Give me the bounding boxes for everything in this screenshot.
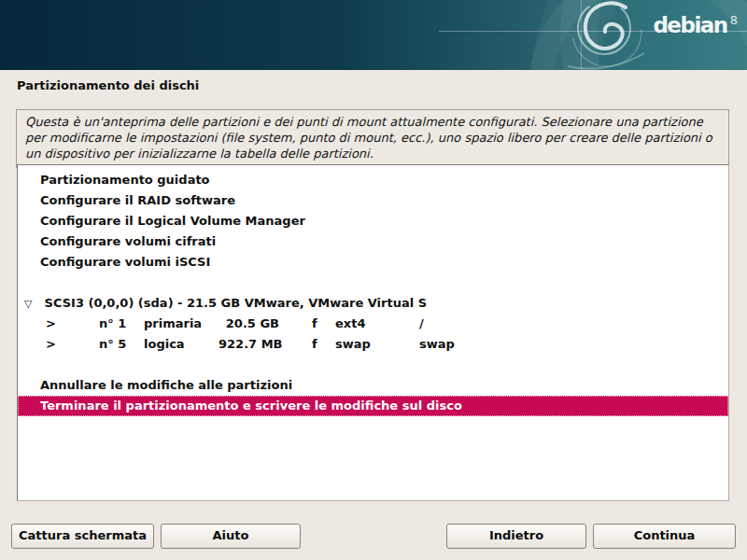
menu-item-iscsi-volumes[interactable]: Configurare volumi iSCSI (18, 252, 728, 273)
help-button[interactable]: Aiuto (161, 524, 301, 549)
partition-row-5[interactable]: > n° 5 logica 922.7 MB f swap swap (18, 334, 728, 355)
brand-version: 8 (730, 13, 738, 27)
partition-filesystem: swap (335, 334, 419, 355)
partition-size: 922.7 MB (218, 334, 279, 355)
continue-button[interactable]: Continua (593, 524, 736, 549)
description-box: Questa è un'anteprima delle partizioni e… (16, 109, 729, 168)
undo-changes-item[interactable]: Annullare le modifiche alle partizioni (18, 375, 728, 396)
spacer-row (18, 355, 728, 375)
partition-type: primaria (144, 314, 218, 334)
partition-mountpoint: / (419, 314, 424, 334)
menu-item-guided-partitioning[interactable]: Partizionamento guidato (18, 170, 728, 190)
menu-item-raid[interactable]: Configurare il RAID software (18, 190, 728, 211)
partition-marker-icon: > (46, 334, 99, 355)
partition-type: logica (144, 334, 218, 355)
partition-filesystem: ext4 (335, 314, 419, 334)
partition-size: 20.5 GB (218, 314, 279, 334)
back-button[interactable]: Indietro (446, 524, 586, 549)
menu-item-lvm[interactable]: Configurare il Logical Volume Manager (18, 211, 728, 231)
partition-list[interactable]: Partizionamento guidato Configurare il R… (17, 164, 729, 501)
disk-row[interactable]: ▽ SCSI3 (0,0,0) (sda) - 21.5 GB VMware, … (18, 293, 728, 314)
debian-logo-text: debian8 (653, 15, 738, 36)
brand-name: debian (653, 13, 726, 37)
partition-row-1[interactable]: > n° 1 primaria 20.5 GB f ext4 / (18, 314, 728, 334)
banner: debian8 (0, 0, 747, 70)
partition-number: n° 5 (99, 334, 144, 355)
partition-number: n° 1 (99, 314, 144, 334)
spacer-row (18, 273, 728, 293)
banner-artwork (0, 0, 747, 70)
page-title: Partizionamento dei dischi (17, 78, 199, 92)
expander-down-icon[interactable]: ▽ (24, 294, 40, 315)
partition-mountpoint: swap (419, 334, 455, 355)
partition-flag: f (312, 314, 335, 334)
screenshot-button[interactable]: Cattura schermata (11, 524, 154, 549)
menu-item-encrypted-volumes[interactable]: Configurare volumi cifrati (18, 231, 728, 252)
partition-marker-icon: > (46, 314, 99, 334)
finish-partitioning-item[interactable]: Terminare il partizionamento e scrivere … (18, 396, 728, 416)
partition-flag: f (312, 334, 335, 355)
description-text: Questa è un'anteprima delle partizioni e… (25, 115, 712, 161)
disk-label: SCSI3 (0,0,0) (sda) - 21.5 GB VMware, VM… (45, 296, 427, 310)
